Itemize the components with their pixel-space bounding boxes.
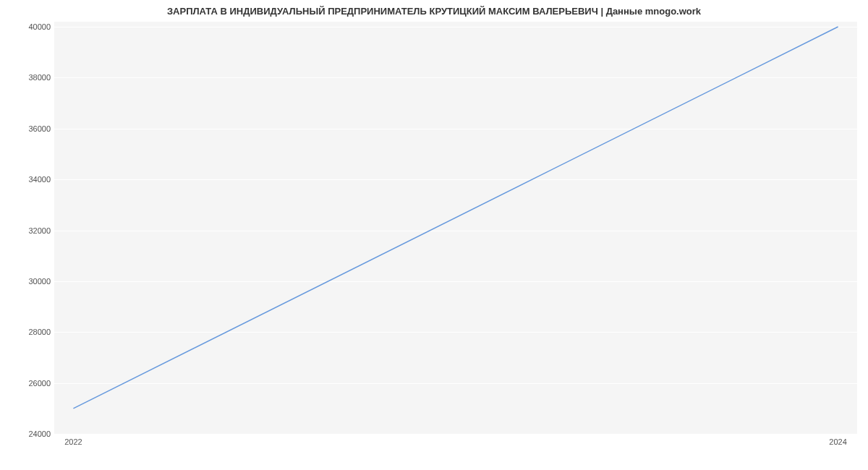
grid-line: [54, 129, 857, 129]
grid-line: [54, 383, 857, 384]
grid-line: [54, 77, 857, 78]
grid-line: [54, 179, 857, 180]
y-tick-label: 36000: [28, 124, 51, 133]
grid-line: [54, 434, 857, 435]
x-tick-label: 2022: [64, 437, 82, 446]
x-tick-label: 2024: [829, 437, 846, 446]
y-tick-label: 30000: [28, 277, 51, 286]
grid-line: [54, 27, 857, 27]
y-tick-label: 38000: [28, 73, 51, 82]
y-tick-label: 40000: [28, 22, 51, 31]
y-tick-label: 26000: [28, 379, 51, 388]
y-tick-label: 34000: [28, 175, 51, 184]
chart-title: ЗАРПЛАТА В ИНДИВИДУАЛЬНЫЙ ПРЕДПРИНИМАТЕЛ…: [0, 6, 868, 17]
grid-line: [54, 332, 857, 333]
plot-area: [54, 22, 857, 434]
grid-line: [54, 281, 857, 282]
y-tick-label: 32000: [28, 226, 51, 235]
chart-container: ЗАРПЛАТА В ИНДИВИДУАЛЬНЫЙ ПРЕДПРИНИМАТЕЛ…: [0, 0, 868, 470]
y-tick-label: 28000: [28, 328, 51, 336]
grid-line: [54, 231, 857, 231]
y-tick-label: 24000: [28, 430, 51, 438]
